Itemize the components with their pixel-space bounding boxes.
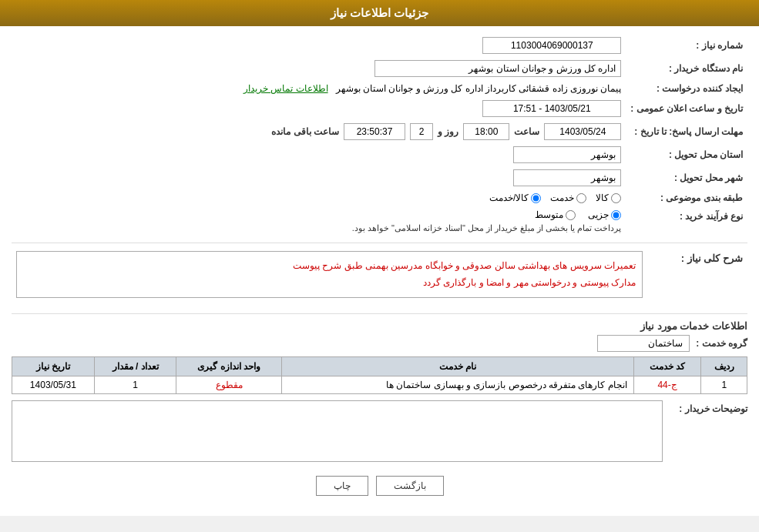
general-desc-line2: مدارک پیوستی و درخواستی مهر و امضا و بار… [23,275,636,292]
category-goods-label: کالا [596,192,609,203]
cell-date: 1403/05/31 [12,376,95,394]
category-service-radio[interactable] [576,193,586,203]
purchase-medium-option[interactable]: متوسط [535,209,576,220]
buyer-org-input: اداره کل ورزش و جوانان استان بوشهر [374,60,621,77]
general-desc-table: شرح کلی نیاز : تعمیرات سرویس های بهداشتی… [12,248,747,307]
page-container: جزئیات اطلاعات نیاز شماره نیاز : 1103004… [0,0,759,516]
niaaz-number-input: 1103004069000137 [482,37,621,54]
footer-buttons: بازگشت چاپ [12,468,747,508]
cell-qty: 1 [94,376,176,394]
niaaz-number-label: شماره نیاز : [626,34,747,57]
col-unit: واحد اندازه گیری [176,357,282,376]
created-by-label: ایجاد کننده درخواست : [626,80,747,97]
contact-info-link[interactable]: اطلاعات تماس خریدار [243,83,328,94]
city-input: بوشهر [513,169,621,186]
col-row: ردیف [701,357,747,376]
col-code: کد خدمت [633,357,701,376]
content-area: شماره نیاز : 1103004069000137 نام دستگاه… [0,26,759,516]
category-service-label: خدمت [550,192,574,203]
deadline-days-label: روز و [438,126,458,137]
buyer-desc-label: توضیحات خریدار : [663,400,747,468]
category-goods-service-option[interactable]: کالا/خدمت [489,192,541,203]
buyer-org-value: اداره کل ورزش و جوانان استان بوشهر [12,57,626,80]
col-date: تاریخ نیاز [12,357,95,376]
datetime-input: 1403/05/21 - 17:51 [482,100,621,117]
purchase-medium-radio[interactable] [566,210,576,220]
buyer-desc-table: توضیحات خریدار : [12,400,747,468]
purchase-partial-label: جزیی [588,209,609,220]
print-button[interactable]: چاپ [316,476,368,496]
category-label: طبقه بندی موضوعی : [626,189,747,206]
deadline-days-input: 2 [410,123,433,140]
category-value: کالا خدمت کالا/خدمت [12,189,626,206]
divider-1 [12,243,747,243]
purchase-partial-radio[interactable] [611,210,621,220]
purchase-type-desc: پرداخت تمام یا بخشی از مبلغ خریدار از مح… [16,223,621,233]
purchase-type-radios: جزیی متوسط [16,209,621,220]
back-button[interactable]: بازگشت [376,476,444,496]
cell-row: 1 [701,376,747,394]
province-value: بوشهر [12,143,626,166]
general-desc-box: تعمیرات سرویس های بهداشتی سالن صدوقی و خ… [16,251,643,298]
purchase-medium-label: متوسط [535,209,563,220]
services-section-title: اطلاعات خدمات مورد نیاز [12,320,747,332]
purchase-type-value: جزیی متوسط پرداخت تمام یا بخشی از مبلغ خ… [12,206,626,236]
deadline-row: 1403/05/24 ساعت 18:00 روز و 2 23:50:37 س… [12,120,626,143]
cell-name: انجام کارهای متفرقه درخصوص بازسازی و بهس… [282,376,634,394]
col-qty: تعداد / مقدار [94,357,176,376]
divider-2 [12,313,747,314]
deadline-date-input: 1403/05/24 [544,123,621,140]
purchase-partial-option[interactable]: جزیی [588,209,621,220]
city-label: شهر محل تحویل : [626,166,747,189]
deadline-remaining-input: 23:50:37 [344,123,405,140]
category-goods-radio[interactable] [611,193,621,203]
province-input: بوشهر [513,146,621,163]
category-service-option[interactable]: خدمت [550,192,586,203]
deadline-time-input: 18:00 [463,123,509,140]
city-value: بوشهر [12,166,626,189]
purchase-type-label: نوع فرآیند خرید : [626,206,747,236]
niaaz-number-value: 1103004069000137 [12,34,626,57]
deadline-time-label: ساعت [514,126,539,137]
buyer-desc-box[interactable] [12,400,663,462]
general-desc-line1: تعمیرات سرویس های بهداشتی سالن صدوقی و خ… [23,258,636,275]
category-goods-option[interactable]: کالا [596,192,621,203]
info-table-main: شماره نیاز : 1103004069000137 نام دستگاه… [12,34,747,236]
general-desc-label: شرح کلی نیاز : [647,248,747,307]
created-by-value: پیمان نوروزی زاده قشقائی کاربرداز اداره … [12,80,626,97]
service-group-label: گروه خدمت : [696,338,747,349]
general-desc-value: تعمیرات سرویس های بهداشتی سالن صدوقی و خ… [12,248,647,307]
page-title: جزئیات اطلاعات نیاز [331,6,428,19]
created-by-text: پیمان نوروزی زاده قشقائی کاربرداز اداره … [336,83,622,94]
datetime-value: 1403/05/21 - 17:51 [12,97,626,120]
deadline-remaining-label: ساعت باقی مانده [271,126,339,137]
category-goods-service-label: کالا/خدمت [489,192,529,203]
page-header: جزئیات اطلاعات نیاز [0,0,759,26]
province-label: استان محل تحویل : [626,143,747,166]
services-table: ردیف کد خدمت نام خدمت واحد اندازه گیری ت… [12,356,747,394]
buyer-org-label: نام دستگاه خریدار : [626,57,747,80]
datetime-label: تاریخ و ساعت اعلان عمومی : [626,97,747,120]
cell-code: ج-44 [633,376,701,394]
buyer-desc-cell [12,400,663,468]
deadline-label: مهلت ارسال پاسخ: تا تاریخ : [626,120,747,143]
category-radio-group: کالا خدمت کالا/خدمت [16,192,621,203]
cell-unit: مقطوع [176,376,282,394]
service-group-value: ساختمان [597,335,690,352]
service-group-row: گروه خدمت : ساختمان [12,335,747,352]
col-name: نام خدمت [282,357,634,376]
table-row: 1 ج-44 انجام کارهای متفرقه درخصوص بازساز… [12,376,747,394]
category-goods-service-radio[interactable] [531,193,541,203]
